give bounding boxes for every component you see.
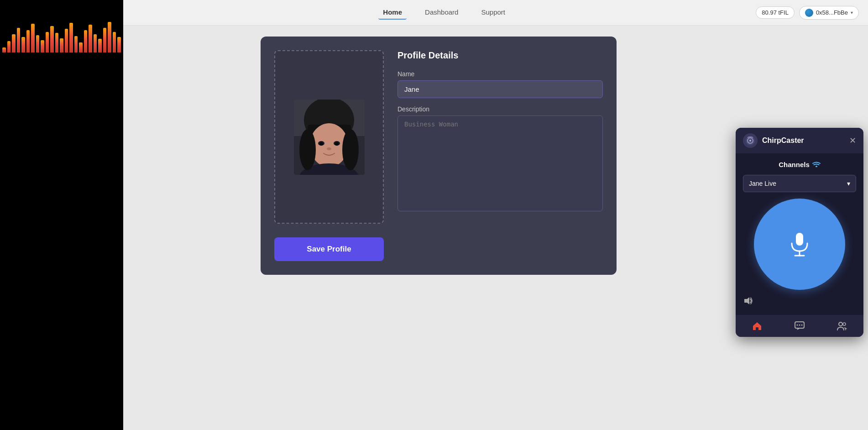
nav-links: Home Dashboard Support [132, 5, 756, 20]
mic-button[interactable] [754, 199, 845, 290]
chirpcaster-panel: ChirpCaster ✕ Channels Jane Live ▾ [736, 128, 863, 337]
description-field-group: Description [397, 105, 603, 213]
name-input[interactable] [397, 80, 603, 98]
svg-point-10 [335, 142, 339, 146]
chirpcaster-header: ChirpCaster ✕ [736, 128, 863, 153]
wallet-address-text: 0x58...FbBe [816, 9, 848, 16]
speaker-svg [743, 296, 753, 305]
chevron-down-icon: ▾ [851, 10, 853, 15]
svg-point-27 [843, 323, 846, 325]
svg-point-11 [327, 147, 331, 150]
footer-chat-icon[interactable] [794, 320, 805, 331]
globe-icon [805, 9, 813, 17]
footer-users-icon[interactable] [837, 320, 847, 331]
nav-support[interactable]: Support [476, 5, 510, 20]
footer-home-icon[interactable] [752, 320, 763, 331]
name-field-group: Name [397, 70, 603, 98]
mic-icon [788, 231, 811, 258]
wallet-balance: 80.97 tFIL [756, 6, 795, 19]
chirpcaster-brand: ChirpCaster [743, 133, 804, 148]
profile-details-title: Profile Details [397, 50, 603, 61]
channel-selected-label: Jane Live [749, 180, 776, 187]
chirpcaster-logo-svg [745, 136, 755, 146]
waveform-left [0, 0, 123, 55]
svg-point-9 [319, 142, 323, 146]
navbar: Home Dashboard Support 80.97 tFIL 0x58..… [123, 0, 868, 26]
description-label: Description [397, 105, 603, 113]
wifi-svg [812, 162, 821, 167]
svg-point-24 [799, 325, 800, 326]
chirpcaster-footer [736, 315, 863, 337]
wallet-address[interactable]: 0x58...FbBe ▾ [799, 6, 859, 20]
chirpcaster-body: Channels Jane Live ▾ [736, 153, 863, 315]
card-top: Profile Details Name Description [274, 50, 603, 224]
channels-label: Channels [779, 161, 810, 168]
profile-details: Profile Details Name Description [397, 50, 603, 224]
home-svg [752, 320, 763, 331]
avatar-placeholder [294, 100, 365, 175]
chirpcaster-logo [743, 133, 758, 148]
users-svg [837, 320, 847, 331]
wifi-icon [812, 161, 821, 168]
svg-marker-21 [744, 297, 749, 304]
channel-select[interactable]: Jane Live ▾ [743, 175, 856, 192]
main-panel: Profile Details Name Description Save Pr… [137, 32, 740, 275]
save-profile-button[interactable]: Save Profile [274, 237, 384, 261]
svg-point-12 [299, 129, 316, 170]
svg-point-17 [816, 166, 817, 167]
svg-point-13 [342, 129, 359, 170]
svg-point-23 [796, 325, 798, 326]
svg-point-16 [749, 140, 751, 142]
profile-card: Profile Details Name Description Save Pr… [261, 37, 617, 275]
image-upload-area[interactable] [274, 50, 384, 224]
save-area: Save Profile [274, 237, 603, 261]
nav-right: 80.97 tFIL 0x58...FbBe ▾ [756, 6, 859, 20]
speaker-icon[interactable] [743, 296, 753, 308]
avatar-svg [294, 100, 365, 175]
channels-header: Channels [779, 161, 821, 168]
svg-rect-18 [796, 233, 803, 246]
svg-point-25 [801, 325, 802, 326]
nav-dashboard[interactable]: Dashboard [420, 5, 463, 20]
channel-chevron-icon: ▾ [847, 180, 850, 187]
name-label: Name [397, 70, 603, 78]
chat-svg [794, 320, 805, 331]
chirpcaster-title-text: ChirpCaster [762, 136, 804, 145]
close-button[interactable]: ✕ [849, 136, 856, 145]
svg-point-26 [839, 322, 842, 326]
nav-home[interactable]: Home [378, 5, 407, 20]
description-textarea[interactable] [397, 115, 603, 211]
